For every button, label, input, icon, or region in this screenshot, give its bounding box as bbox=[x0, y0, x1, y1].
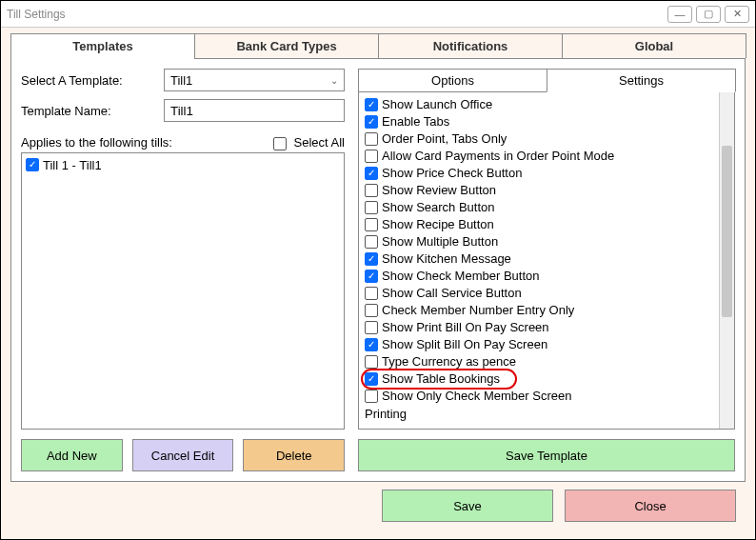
settings-section-label: Printing bbox=[365, 405, 713, 421]
setting-checkbox[interactable] bbox=[365, 115, 378, 129]
setting-label: Show Print Bill On Pay Screen bbox=[382, 319, 549, 336]
setting-item[interactable]: Show Recipe Button bbox=[365, 216, 713, 233]
setting-checkbox[interactable] bbox=[365, 150, 378, 163]
settings-list: Show Launch OfficeEnable TabsOrder Point… bbox=[359, 92, 719, 429]
save-button[interactable]: Save bbox=[382, 490, 553, 522]
footer: Save Close bbox=[10, 482, 746, 531]
settings-scroll-thumb[interactable] bbox=[722, 146, 732, 317]
setting-label: Show Check Member Button bbox=[382, 268, 539, 285]
delete-button[interactable]: Delete bbox=[243, 439, 345, 471]
setting-checkbox[interactable] bbox=[365, 235, 378, 249]
setting-checkbox[interactable] bbox=[365, 98, 378, 111]
template-name-input[interactable] bbox=[164, 99, 345, 122]
tab-body: Select A Template: Till1 ⌄ Template Name… bbox=[10, 59, 746, 482]
setting-label: Show Split Bill On Pay Screen bbox=[382, 336, 547, 353]
setting-checkbox[interactable] bbox=[365, 338, 378, 351]
select-all-label: Select All bbox=[294, 135, 345, 150]
setting-item[interactable]: Type Currency as pence bbox=[365, 353, 713, 370]
setting-item[interactable]: Show Search Button bbox=[365, 199, 713, 216]
tab-templates[interactable]: Templates bbox=[10, 33, 195, 58]
add-new-button[interactable]: Add New bbox=[21, 439, 123, 471]
setting-label: Show Review Button bbox=[382, 182, 496, 199]
setting-item[interactable]: Show Check Member Button bbox=[365, 268, 713, 285]
template-select[interactable]: Till1 ⌄ bbox=[164, 69, 345, 91]
till-label: Till 1 - Till1 bbox=[43, 158, 102, 172]
setting-item[interactable]: Show Call Service Button bbox=[365, 285, 713, 302]
cancel-edit-button[interactable]: Cancel Edit bbox=[132, 439, 234, 471]
close-window-button[interactable]: ✕ bbox=[725, 6, 749, 23]
titlebar: Till Settings — ▢ ✕ bbox=[1, 1, 755, 28]
tab-bank-card-types[interactable]: Bank Card Types bbox=[194, 33, 379, 58]
setting-label: Type Currency as pence bbox=[382, 353, 516, 370]
setting-checkbox[interactable] bbox=[365, 184, 378, 197]
setting-checkbox[interactable] bbox=[365, 321, 378, 334]
sub-tab-options[interactable]: Options bbox=[358, 69, 547, 92]
setting-item[interactable]: Show Split Bill On Pay Screen bbox=[365, 336, 713, 353]
setting-label: Show Only Check Member Screen bbox=[382, 388, 571, 405]
setting-checkbox[interactable] bbox=[365, 252, 378, 266]
setting-item[interactable]: Show Price Check Button bbox=[365, 165, 713, 182]
setting-item[interactable]: Order Point, Tabs Only bbox=[365, 130, 713, 148]
left-column: Select A Template: Till1 ⌄ Template Name… bbox=[21, 69, 345, 471]
maximize-button[interactable]: ▢ bbox=[696, 6, 721, 23]
setting-item[interactable]: Show Kitchen Message bbox=[365, 250, 713, 268]
save-template-button[interactable]: Save Template bbox=[358, 439, 735, 471]
setting-item[interactable]: Enable Tabs bbox=[365, 113, 713, 130]
setting-label: Show Call Service Button bbox=[382, 285, 522, 302]
setting-item[interactable]: Show Launch Office bbox=[365, 96, 713, 113]
setting-checkbox[interactable] bbox=[365, 270, 378, 283]
setting-checkbox[interactable] bbox=[365, 132, 378, 146]
template-name-label: Template Name: bbox=[21, 104, 164, 118]
setting-label: Show Kitchen Message bbox=[382, 250, 511, 268]
right-column: Options Settings Show Launch OfficeEnabl… bbox=[358, 69, 735, 471]
setting-label: Show Recipe Button bbox=[382, 216, 494, 233]
minimize-button[interactable]: — bbox=[667, 6, 692, 23]
setting-checkbox[interactable] bbox=[365, 390, 378, 403]
main-tabs: Templates Bank Card Types Notifications … bbox=[10, 33, 746, 59]
setting-label: Enable Tabs bbox=[382, 113, 449, 130]
till-list: Till 1 - Till1 bbox=[21, 152, 345, 430]
sub-tab-settings[interactable]: Settings bbox=[547, 69, 736, 92]
setting-label: Show Price Check Button bbox=[382, 165, 522, 182]
till-item[interactable]: Till 1 - Till1 bbox=[26, 157, 340, 173]
setting-item[interactable]: Check Member Number Entry Only bbox=[365, 302, 713, 319]
setting-item[interactable]: Show Review Button bbox=[365, 182, 713, 199]
setting-label: Order Point, Tabs Only bbox=[382, 130, 507, 148]
client-area: Templates Bank Card Types Notifications … bbox=[1, 28, 755, 539]
left-action-row: Add New Cancel Edit Delete bbox=[21, 439, 345, 471]
setting-item[interactable]: Allow Card Payments in Order Point Mode bbox=[365, 148, 713, 165]
setting-label: Allow Card Payments in Order Point Mode bbox=[382, 148, 614, 165]
setting-label: Show Table Bookings bbox=[382, 370, 500, 388]
setting-checkbox[interactable] bbox=[365, 167, 378, 180]
template-select-value: Till1 bbox=[170, 73, 192, 88]
till-checkbox[interactable] bbox=[26, 158, 39, 171]
select-all-group[interactable]: Select All bbox=[273, 135, 345, 150]
setting-label: Show Multiple Button bbox=[382, 233, 498, 250]
settings-box: Show Launch OfficeEnable TabsOrder Point… bbox=[358, 91, 735, 430]
window: Till Settings — ▢ ✕ Templates Bank Card … bbox=[0, 0, 756, 540]
window-title: Till Settings bbox=[7, 8, 66, 21]
setting-checkbox[interactable] bbox=[365, 287, 378, 300]
setting-item[interactable]: Show Multiple Button bbox=[365, 233, 713, 250]
sub-tabs: Options Settings bbox=[358, 69, 735, 92]
setting-checkbox[interactable] bbox=[365, 372, 378, 386]
applies-label: Applies to the following tills: bbox=[21, 135, 172, 150]
setting-item[interactable]: Show Only Check Member Screen bbox=[365, 388, 713, 405]
select-template-label: Select A Template: bbox=[21, 73, 164, 88]
tab-global[interactable]: Global bbox=[562, 33, 746, 58]
setting-checkbox[interactable] bbox=[365, 355, 378, 369]
close-button[interactable]: Close bbox=[565, 490, 736, 522]
setting-checkbox[interactable] bbox=[365, 201, 378, 214]
select-all-checkbox[interactable] bbox=[273, 137, 287, 150]
setting-item[interactable]: Show Table Bookings bbox=[365, 370, 713, 388]
setting-label: Show Launch Office bbox=[382, 96, 492, 113]
setting-label: Show Search Button bbox=[382, 199, 495, 216]
setting-checkbox[interactable] bbox=[365, 218, 378, 231]
setting-item[interactable]: Show Print Bill On Pay Screen bbox=[365, 319, 713, 336]
tab-notifications[interactable]: Notifications bbox=[378, 33, 563, 58]
chevron-down-icon: ⌄ bbox=[330, 75, 338, 86]
setting-label: Check Member Number Entry Only bbox=[382, 302, 574, 319]
setting-checkbox[interactable] bbox=[365, 304, 378, 317]
settings-scrollbar[interactable] bbox=[719, 92, 734, 429]
